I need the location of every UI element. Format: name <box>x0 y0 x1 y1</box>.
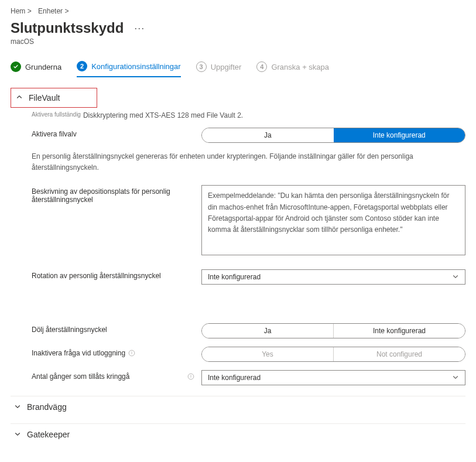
info-icon[interactable]: i <box>128 350 135 357</box>
step-tasks[interactable]: 3 Uppgifter <box>196 61 242 77</box>
svg-text:i: i <box>190 375 191 379</box>
chevron-up-icon <box>16 94 23 102</box>
desc-prefix: Aktivera fullständig <box>32 111 81 119</box>
section-gatekeeper-header[interactable]: Gatekeeper <box>11 423 465 445</box>
section-title: FileVault <box>29 93 60 102</box>
breadcrumb-devices[interactable]: Enheter > <box>38 7 69 15</box>
escrow-label: Beskrivning av depositionsplats för pers… <box>32 185 201 204</box>
disable-prompt-toggle[interactable]: Yes Not configured <box>201 347 465 362</box>
escrow-textbox[interactable]: Exempelmeddelande: "Du kan hämta den per… <box>201 185 465 255</box>
chevron-down-icon <box>14 403 21 412</box>
toggle-option-not-configured[interactable]: Inte konfigurerad <box>334 324 465 338</box>
page-title: Slutpunktsskydd <box>11 20 124 36</box>
step-label: Uppgifter <box>211 63 242 71</box>
step-number: 3 <box>196 61 207 72</box>
breadcrumb-home[interactable]: Hem > <box>11 7 32 15</box>
step-number: 4 <box>256 61 267 72</box>
step-label: Grunderna <box>25 63 61 71</box>
filevault-desc: Diskkryptering med XTS-AES 128 med File … <box>83 111 243 119</box>
chevron-down-icon <box>452 374 459 382</box>
step-basics[interactable]: Grunderna <box>11 61 61 77</box>
breadcrumb: Hem > Enheter > <box>11 7 465 15</box>
rotation-value: Inte konfigurerad <box>208 273 261 281</box>
bypass-label: Antal gånger som tillåts kringgå i <box>32 370 201 381</box>
bypass-dropdown[interactable]: Inte konfigurerad <box>201 370 465 385</box>
more-menu-icon[interactable]: ··· <box>134 22 145 35</box>
toggle-option-ja[interactable]: Ja <box>202 324 333 338</box>
section-filevault-body: Aktivera fullständig Diskkryptering med … <box>32 111 465 385</box>
section-firewall-header[interactable]: Brandvägg <box>11 396 465 417</box>
enable-filevault-toggle[interactable]: Ja Inte konfigurerad <box>201 128 465 143</box>
section-title: Gatekeeper <box>27 430 70 439</box>
info-icon[interactable]: i <box>187 373 194 381</box>
step-number: 2 <box>77 61 87 71</box>
bypass-value: Inte konfigurerad <box>208 374 261 382</box>
hide-key-label: Dölj återställningsnyckel <box>32 323 201 334</box>
section-title: Brandvägg <box>27 402 67 412</box>
check-icon <box>11 61 21 72</box>
toggle-option-ja[interactable]: Ja <box>202 128 334 142</box>
chevron-down-icon <box>14 430 21 439</box>
chevron-down-icon <box>452 273 459 282</box>
step-label: Konfigurationsinställningar <box>91 62 180 71</box>
rotation-dropdown[interactable]: Inte konfigurerad <box>201 269 465 285</box>
section-filevault-header[interactable]: FileVault <box>11 88 97 108</box>
toggle-option-yes[interactable]: Yes <box>202 347 333 361</box>
disable-prompt-label: Inaktivera fråga vid utloggning i <box>32 347 201 357</box>
toggle-option-not-configured[interactable]: Not configured <box>334 347 465 361</box>
step-label: Granska + skapa <box>271 63 329 71</box>
wizard-stepper: Grunderna 2 Konfigurationsinställningar … <box>11 61 465 77</box>
toggle-option-not-configured[interactable]: Inte konfigurerad <box>334 128 465 142</box>
page-subtitle: macOS <box>11 37 465 46</box>
hide-key-toggle[interactable]: Ja Inte konfigurerad <box>201 323 465 338</box>
enable-filevault-label: Aktivera filvalv <box>32 128 201 138</box>
step-review[interactable]: 4 Granska + skapa <box>256 61 329 77</box>
step-config[interactable]: 2 Konfigurationsinställningar <box>77 61 180 77</box>
filevault-note: En personlig återställningsnyckel genere… <box>32 151 465 173</box>
svg-text:i: i <box>131 351 132 355</box>
rotation-label: Rotation av personlig återställningsnyck… <box>32 269 201 280</box>
